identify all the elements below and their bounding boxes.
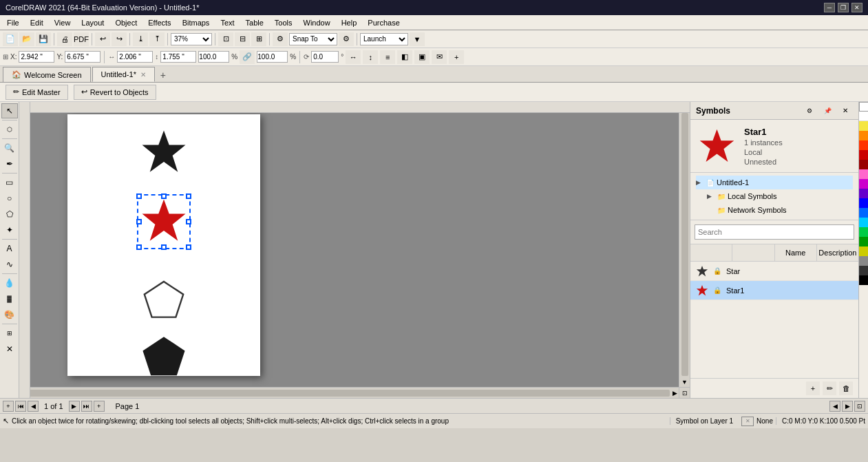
text-tool[interactable]: A: [1, 241, 18, 256]
freehand-tool[interactable]: ✒: [1, 156, 18, 171]
eraser-tool[interactable]: ✕: [1, 342, 18, 357]
curved-tool[interactable]: ∿: [1, 257, 18, 272]
menu-purchase[interactable]: Purchase: [362, 17, 405, 28]
color-dark-gray[interactable]: [859, 266, 868, 275]
page-zoom-btn[interactable]: ⊡: [854, 401, 865, 412]
handle-tr[interactable]: [186, 193, 191, 199]
x-input[interactable]: [19, 51, 54, 63]
color-pink[interactable]: [859, 169, 868, 179]
color-yellow[interactable]: [859, 121, 868, 131]
w-pct-input[interactable]: [198, 51, 229, 63]
menu-help[interactable]: Help: [336, 17, 363, 28]
import-button[interactable]: ⤓: [133, 32, 148, 46]
add-symbol-button[interactable]: +: [806, 381, 820, 395]
snap-settings-button[interactable]: ⚙: [339, 32, 354, 46]
ellipse-tool[interactable]: ○: [1, 191, 18, 206]
envelope-button[interactable]: ✉: [432, 50, 447, 64]
symbols-pin-button[interactable]: 📌: [820, 104, 835, 118]
last-page-button[interactable]: ⏭: [81, 401, 92, 412]
y-input[interactable]: [65, 51, 100, 63]
color-gray[interactable]: [859, 256, 868, 266]
color-blue[interactable]: [859, 198, 868, 208]
color-dark-green[interactable]: [859, 237, 868, 246]
node-tool[interactable]: ⬡: [1, 122, 18, 137]
sym-col-desc[interactable]: Description: [817, 244, 858, 261]
minimize-button[interactable]: ─: [824, 3, 835, 12]
fit-page-button[interactable]: ⊡: [218, 32, 233, 46]
handle-bc[interactable]: [161, 244, 167, 250]
open-button[interactable]: 📂: [19, 32, 34, 46]
zoom-combo[interactable]: 37% 50% 75% 100%: [171, 33, 212, 45]
export-button[interactable]: ⤒: [149, 32, 165, 46]
polygon-tool[interactable]: ⬠: [1, 207, 18, 222]
menu-effects[interactable]: Effects: [142, 17, 176, 28]
lock-aspect-button[interactable]: 🔗: [240, 50, 255, 64]
group-button[interactable]: ▣: [414, 50, 430, 64]
sym-col-name[interactable]: Name: [775, 244, 817, 261]
color-purple[interactable]: [859, 189, 868, 198]
w-input[interactable]: [117, 51, 153, 63]
launch-combo[interactable]: Launch: [360, 33, 408, 45]
rectangle-tool[interactable]: ▭: [1, 175, 18, 190]
menu-view[interactable]: View: [49, 17, 76, 28]
handle-tl[interactable]: [136, 193, 142, 199]
handle-ml[interactable]: [136, 219, 142, 224]
color-dark-red[interactable]: [859, 150, 868, 160]
scroll-thumb-h[interactable]: [28, 390, 670, 397]
scroll-down-button[interactable]: ▼: [680, 377, 689, 387]
restore-button[interactable]: ❐: [838, 3, 849, 12]
menu-bitmaps[interactable]: Bitmaps: [177, 17, 215, 28]
tree-item-network[interactable]: 📁 Network Symbols: [696, 203, 853, 217]
fill-tool[interactable]: ▓: [1, 291, 18, 306]
print-button[interactable]: 🖨: [57, 32, 72, 46]
color-cyan[interactable]: [859, 218, 868, 227]
color-light-blue[interactable]: [859, 208, 868, 218]
page-tab[interactable]: Page 1: [112, 402, 144, 410]
menu-file[interactable]: File: [1, 17, 25, 28]
pdf-button[interactable]: PDF: [74, 32, 89, 46]
handle-mr[interactable]: [186, 219, 191, 224]
select-tool[interactable]: ↖: [1, 103, 18, 118]
add-page-button[interactable]: +: [3, 401, 14, 412]
zoom-fit-button[interactable]: ⊡: [679, 388, 690, 398]
snap-to-combo[interactable]: Snap To: [289, 33, 337, 45]
menu-edit[interactable]: Edit: [25, 17, 49, 28]
order-button[interactable]: ◧: [397, 50, 412, 64]
handle-bl[interactable]: [136, 244, 142, 250]
search-input[interactable]: [695, 224, 854, 240]
page-left-arrow[interactable]: ◀: [829, 401, 840, 412]
launch-arrow-button[interactable]: ▼: [410, 32, 425, 46]
align-button[interactable]: ≡: [380, 50, 395, 64]
tab-close-icon[interactable]: ✕: [140, 71, 146, 78]
canvas-area[interactable]: ▲ ▼ ◀ ▶ ⊡: [19, 102, 690, 398]
revert-to-objects-button[interactable]: ↩ Revert to Objects: [74, 85, 156, 100]
h-input[interactable]: [160, 51, 196, 63]
add-button[interactable]: +: [449, 50, 464, 64]
symbols-menu-button[interactable]: ⚙: [802, 104, 817, 118]
color-white[interactable]: [859, 112, 868, 121]
fit-width-button[interactable]: ⊟: [235, 32, 250, 46]
h-scrollbar[interactable]: ◀ ▶: [19, 387, 679, 398]
color-black[interactable]: [859, 275, 868, 285]
redo-button[interactable]: ↪: [112, 32, 127, 46]
snap-options-button[interactable]: ⚙: [273, 32, 288, 46]
menu-object[interactable]: Object: [109, 17, 142, 28]
sym-row-star1[interactable]: 🔒 Star1: [690, 281, 858, 300]
eyedropper-tool[interactable]: 💧: [1, 275, 18, 291]
color-orange[interactable]: [859, 131, 868, 140]
symbols-close-button[interactable]: ✕: [838, 104, 853, 118]
tree-item-local[interactable]: ▶ 📁 Local Symbols: [696, 189, 853, 203]
page-right-arrow[interactable]: ▶: [842, 401, 853, 412]
angle-input[interactable]: [311, 51, 339, 63]
new-button[interactable]: 📄: [3, 32, 18, 46]
handle-tc[interactable]: [161, 193, 167, 199]
tab-welcome[interactable]: 🏠 Welcome Screen: [3, 67, 91, 82]
tab-document[interactable]: Untitled-1* ✕: [92, 67, 155, 82]
red-star-selected-container[interactable]: [140, 197, 188, 246]
pentagon-outline[interactable]: [143, 280, 184, 322]
undo-button[interactable]: ↩: [95, 32, 110, 46]
sym-row-star[interactable]: 🔒 Star: [690, 262, 858, 281]
menu-tools[interactable]: Tools: [269, 17, 298, 28]
color-olive[interactable]: [859, 246, 868, 256]
table-tool[interactable]: ⊞: [1, 326, 18, 341]
